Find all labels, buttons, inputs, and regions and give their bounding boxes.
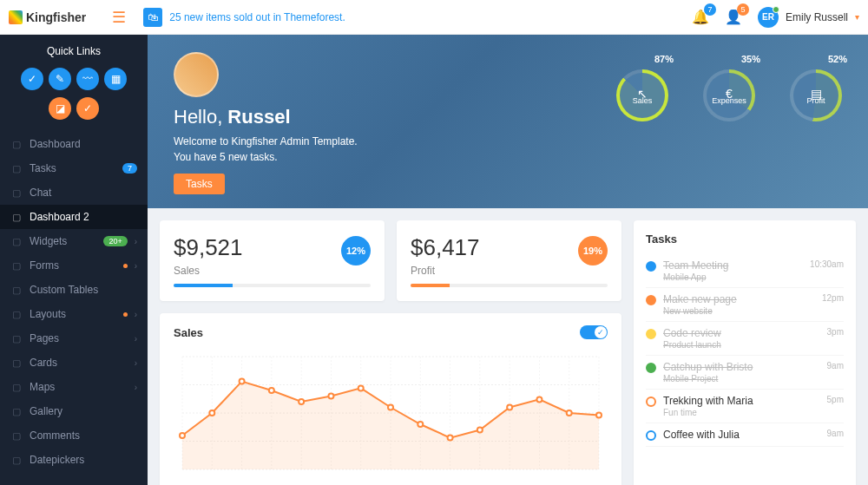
chevron-right-icon: › <box>135 237 137 246</box>
store-icon: 🛍 <box>143 8 162 27</box>
nav-icon: ▢ <box>10 138 23 150</box>
task-item[interactable]: Code reviewProduct launch 3pm <box>646 322 844 356</box>
nav-icon: ▢ <box>10 211 23 223</box>
nav-badge: 7 <box>122 163 137 174</box>
ql-chat-icon[interactable]: ✎ <box>49 68 71 90</box>
user-name: Emily Russell <box>786 11 848 23</box>
tasks-button[interactable]: Tasks <box>174 174 225 194</box>
sidebar-item-chat[interactable]: ▢Chat <box>0 180 148 205</box>
gauge-sales: 87% ↖ Sales <box>616 69 668 121</box>
sidebar-item-pages[interactable]: ▢Pages› <box>0 326 148 351</box>
hero-avatar <box>174 52 219 97</box>
nav-label: Pages <box>30 332 128 344</box>
task-name: Catchup with Bristo <box>663 361 820 373</box>
svg-point-30 <box>477 428 483 433</box>
task-sub: Mobile Project <box>663 374 820 383</box>
nav-icon: ▢ <box>10 332 23 344</box>
task-status-icon <box>646 397 656 407</box>
user-icon[interactable]: 👤5 <box>725 9 742 25</box>
announcement[interactable]: 🛍 25 new items sold out in Themeforest. <box>143 8 345 27</box>
sidebar-item-dashboard[interactable]: ▢Dashboard <box>0 132 148 156</box>
gauge-label: Profit <box>806 96 825 105</box>
gauge-label: Sales <box>633 96 653 105</box>
chevron-right-icon: › <box>135 358 137 368</box>
chevron-down-icon: ▾ <box>855 12 859 22</box>
nav-label: Dashboard 2 <box>30 211 137 223</box>
stat-pct: 12% <box>341 236 371 265</box>
announcement-text: 25 new items sold out in Themeforest. <box>169 11 345 23</box>
gauge-label: Expenses <box>712 96 746 105</box>
stat-label: Sales <box>174 265 371 277</box>
task-sub: New website <box>663 306 815 316</box>
task-sub: Mobile App <box>663 272 803 282</box>
chevron-right-icon: › <box>135 261 137 271</box>
sidebar-item-tasks[interactable]: ▢Tasks7 <box>0 156 148 180</box>
stat-card-sales: $9,521 Sales 12% <box>160 220 385 301</box>
task-item[interactable]: Make new pageNew website 12pm <box>646 288 844 322</box>
task-status-icon <box>646 329 656 339</box>
sidebar-item-datepickers[interactable]: ▢Datepickers <box>0 448 148 472</box>
ql-shield-icon[interactable]: ✓ <box>76 97 99 120</box>
brand-icon <box>9 10 23 24</box>
sidebar: Quick Links ✓ ✎ 〰 ▦ ◪ ✓ ▢Dashboard▢Tasks… <box>0 35 148 485</box>
nav-label: Gallery <box>30 405 137 417</box>
task-name: Trekking with Maria <box>663 395 820 407</box>
task-item[interactable]: Coffee with Julia 9am <box>646 423 844 447</box>
sidebar-item-gallery[interactable]: ▢Gallery <box>0 399 148 423</box>
ql-check-icon[interactable]: ✓ <box>21 68 43 90</box>
sidebar-item-comments[interactable]: ▢Comments <box>0 423 148 448</box>
task-time: 9am <box>827 361 844 370</box>
svg-point-33 <box>567 410 572 416</box>
task-status-icon <box>646 261 656 272</box>
stat-pct: 19% <box>578 236 608 265</box>
ql-chart-icon[interactable]: 〰 <box>76 68 99 90</box>
nav-icon: ▢ <box>10 162 23 174</box>
sales-chart-card: Sales <box>160 313 621 485</box>
topbar: Kingfisher ☰ 🛍 25 new items sold out in … <box>0 0 868 35</box>
task-sub: Product launch <box>663 340 820 350</box>
nav-badge: 20+ <box>103 236 127 246</box>
task-name: Coffee with Julia <box>663 429 820 441</box>
notif-badge: 7 <box>704 3 716 16</box>
nav-label: Widgets <box>30 235 96 247</box>
sidebar-item-widgets[interactable]: ▢Widgets20+› <box>0 229 148 253</box>
sidebar-item-forms[interactable]: ▢Forms› <box>0 253 148 278</box>
svg-point-31 <box>507 405 512 410</box>
hero: Hello, Russel Welcome to Kingfisher Admi… <box>148 35 868 208</box>
hamburger-icon[interactable]: ☰ <box>112 8 126 27</box>
sidebar-item-layouts[interactable]: ▢Layouts› <box>0 302 148 326</box>
chart-title: Sales <box>174 326 203 339</box>
nav-icon: ▢ <box>10 259 23 272</box>
sidebar-item-cards[interactable]: ▢Cards› <box>0 351 148 375</box>
user-menu[interactable]: ER Emily Russell ▾ <box>758 7 859 28</box>
nav-icon: ▢ <box>10 405 23 417</box>
sidebar-item-maps[interactable]: ▢Maps› <box>0 375 148 399</box>
sidebar-item-dashboard-2[interactable]: ▢Dashboard 2 <box>0 205 148 229</box>
svg-point-20 <box>180 433 185 438</box>
chevron-right-icon: › <box>135 310 137 319</box>
task-item[interactable]: Trekking with MariaFun time 5pm <box>646 390 844 423</box>
svg-point-25 <box>328 394 333 399</box>
nav-label: Layouts <box>30 308 116 320</box>
sidebar-item-custom-tables[interactable]: ▢Custom Tables <box>0 278 148 302</box>
chart-toggle[interactable] <box>580 325 608 339</box>
ql-grid-icon[interactable]: ▦ <box>104 68 127 90</box>
task-name: Team Meeting <box>663 259 803 272</box>
ql-box-icon[interactable]: ◪ <box>49 97 71 120</box>
brand[interactable]: Kingfisher <box>9 10 86 24</box>
nav-label: Dashboard <box>30 138 137 150</box>
notification-icon[interactable]: 🔔7 <box>692 9 709 25</box>
gauge-pct: 52% <box>828 54 847 64</box>
task-item[interactable]: Team MeetingMobile App 10:30am <box>646 254 844 288</box>
task-status-icon <box>646 430 656 441</box>
task-item[interactable]: Catchup with BristoMobile Project 9am <box>646 356 844 390</box>
tasks-card: Tasks Team MeetingMobile App 10:30am Mak… <box>634 220 856 485</box>
nav-label: Tasks <box>30 162 115 174</box>
task-sub: Fun time <box>663 408 820 417</box>
nav-icon: ▢ <box>10 187 23 199</box>
svg-point-22 <box>240 379 245 384</box>
task-status-icon <box>646 363 656 373</box>
nav-icon: ▢ <box>10 454 23 466</box>
svg-point-34 <box>596 413 602 418</box>
stat-label: Profit <box>411 265 608 277</box>
